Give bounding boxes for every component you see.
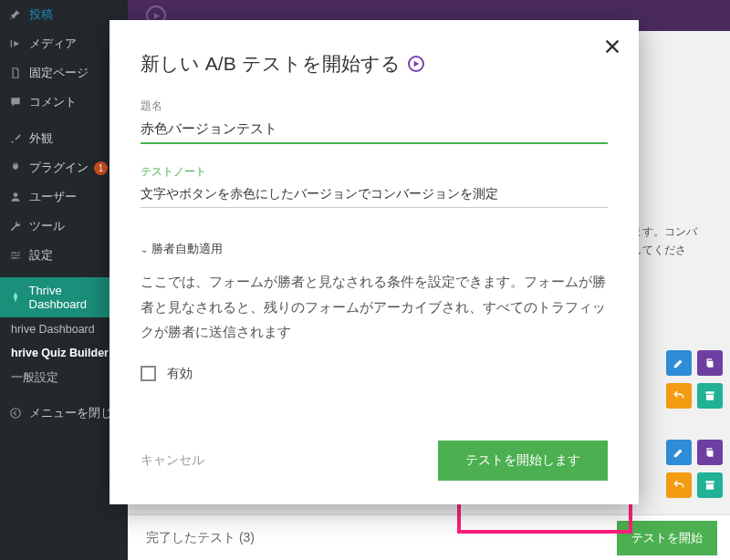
sidebar-label: ユーザー xyxy=(29,189,77,205)
row-actions-2 xyxy=(666,383,723,409)
undo-button[interactable] xyxy=(666,383,692,409)
chevron-down-icon: ⌄ xyxy=(141,244,148,254)
brush-icon xyxy=(7,132,24,145)
title-input[interactable] xyxy=(141,118,608,144)
close-icon[interactable] xyxy=(602,36,622,57)
enable-checkbox[interactable] xyxy=(141,366,156,381)
sliders-icon xyxy=(7,249,24,262)
user-icon xyxy=(7,191,24,203)
sidebar-label: 固定ページ xyxy=(29,65,89,81)
sidebar-label: Thrive Dashboard xyxy=(29,284,121,311)
sidebar-item-plugins[interactable]: プラグイン 1 xyxy=(0,153,128,182)
footer-strip: 完了したテスト (3) テストを開始 xyxy=(128,514,730,560)
row-actions-1 xyxy=(666,350,723,376)
row-actions-4 xyxy=(666,472,723,498)
sidebar-label: 設定 xyxy=(29,247,53,264)
sidebar-label: 外観 xyxy=(29,130,53,147)
sidebar-sub-dashboard[interactable]: hrive Dashboard xyxy=(0,317,128,341)
enable-label: 有効 xyxy=(167,366,193,382)
sidebar-item-users[interactable]: ユーザー xyxy=(0,182,128,212)
svg-point-0 xyxy=(14,192,18,197)
modal-title: 新しい A/B テストを開始する xyxy=(141,51,608,77)
sidebar-collapse[interactable]: メニューを閉じ xyxy=(0,399,128,428)
admin-sidebar: 投稿 メディア 固定ページ コメント 外観 プラグイン 1 ユーザー ツール 設… xyxy=(0,0,128,560)
sidebar-label: コメント xyxy=(29,94,77,110)
edit-button[interactable] xyxy=(666,350,692,376)
edit-button[interactable] xyxy=(666,440,692,465)
sidebar-label: ツール xyxy=(29,218,65,234)
sidebar-item-settings[interactable]: 設定 xyxy=(0,241,128,270)
sidebar-label: メディア xyxy=(29,36,77,52)
archive-button[interactable] xyxy=(697,383,723,409)
archive-button[interactable] xyxy=(697,472,723,498)
completed-tests-label: 完了したテスト (3) xyxy=(146,530,255,546)
auto-winner-description: ここでは、フォームが勝者と見なされる条件を設定できます。フォームが勝者と見なされ… xyxy=(141,270,608,346)
cancel-button[interactable]: キャンセル xyxy=(141,452,204,469)
sidebar-item-media[interactable]: メディア xyxy=(0,29,128,58)
collapse-icon xyxy=(7,407,24,420)
thrive-icon xyxy=(7,291,24,304)
modal-title-text: 新しい A/B テストを開始する xyxy=(141,51,401,77)
sidebar-label: プラグイン xyxy=(29,160,89,176)
sidebar-item-thrive-dashboard[interactable]: Thrive Dashboard xyxy=(0,277,128,317)
undo-button[interactable] xyxy=(666,472,692,498)
sidebar-item-posts[interactable]: 投稿 xyxy=(0,0,128,29)
note-field-label: テストノート xyxy=(141,164,608,180)
sidebar-item-comments[interactable]: コメント xyxy=(0,88,128,117)
svg-point-1 xyxy=(11,409,21,419)
sidebar-sub-general[interactable]: 一般設定 xyxy=(0,365,128,391)
note-input[interactable] xyxy=(141,183,608,208)
play-circle-icon[interactable] xyxy=(408,56,424,72)
sidebar-sub-quiz-builder[interactable]: hrive Quiz Builder xyxy=(0,341,128,365)
update-badge: 1 xyxy=(94,161,108,175)
sidebar-item-appearance[interactable]: 外観 xyxy=(0,124,128,153)
sidebar-item-pages[interactable]: 固定ページ xyxy=(0,58,128,88)
sidebar-item-tools[interactable]: ツール xyxy=(0,212,128,241)
sidebar-label: 投稿 xyxy=(29,6,53,23)
page-icon xyxy=(7,67,24,79)
start-test-bg-button[interactable]: テストを開始 xyxy=(617,521,717,555)
auto-winner-label: 勝者自動適用 xyxy=(151,241,223,257)
ab-test-modal: 新しい A/B テストを開始する 題名 テストノート ⌄ 勝者自動適用 ここでは… xyxy=(110,20,639,504)
comment-icon xyxy=(7,96,24,109)
plug-icon xyxy=(7,161,24,174)
enable-row: 有効 xyxy=(141,366,608,382)
auto-winner-toggle[interactable]: ⌄ 勝者自動適用 xyxy=(141,241,608,257)
copy-button[interactable] xyxy=(697,350,723,376)
modal-actions: キャンセル テストを開始します xyxy=(141,441,608,481)
media-icon xyxy=(7,37,24,50)
sidebar-label: メニューを閉じ xyxy=(29,405,112,421)
wrench-icon xyxy=(7,220,24,233)
start-test-button[interactable]: テストを開始します xyxy=(438,441,608,481)
copy-button[interactable] xyxy=(697,440,723,465)
pin-icon xyxy=(7,8,24,21)
title-field-label: 題名 xyxy=(141,99,608,114)
row-actions-3 xyxy=(666,440,723,465)
